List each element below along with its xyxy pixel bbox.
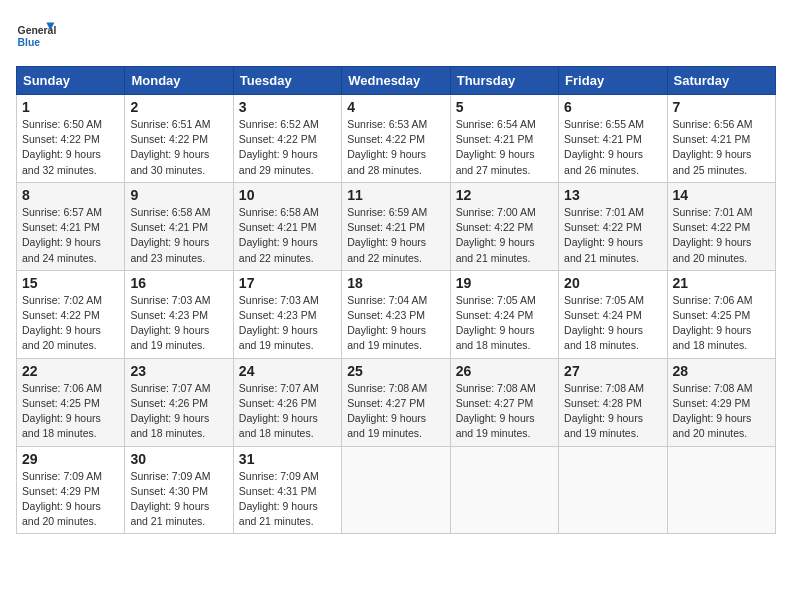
weekday-header-cell: Sunday [17, 67, 125, 95]
calendar-cell: 26 Sunrise: 7:08 AMSunset: 4:27 PMDaylig… [450, 358, 558, 446]
day-number: 4 [347, 99, 444, 115]
day-number: 2 [130, 99, 227, 115]
day-number: 10 [239, 187, 336, 203]
weekday-header-cell: Saturday [667, 67, 775, 95]
day-number: 1 [22, 99, 119, 115]
day-number: 6 [564, 99, 661, 115]
day-number: 11 [347, 187, 444, 203]
calendar-cell: 5 Sunrise: 6:54 AMSunset: 4:21 PMDayligh… [450, 95, 558, 183]
day-number: 17 [239, 275, 336, 291]
day-detail: Sunrise: 7:05 AMSunset: 4:24 PMDaylight:… [456, 294, 536, 352]
day-detail: Sunrise: 6:52 AMSunset: 4:22 PMDaylight:… [239, 118, 319, 176]
calendar-cell: 25 Sunrise: 7:08 AMSunset: 4:27 PMDaylig… [342, 358, 450, 446]
day-number: 12 [456, 187, 553, 203]
day-detail: Sunrise: 6:58 AMSunset: 4:21 PMDaylight:… [239, 206, 319, 264]
day-number: 21 [673, 275, 770, 291]
day-detail: Sunrise: 6:59 AMSunset: 4:21 PMDaylight:… [347, 206, 427, 264]
day-number: 29 [22, 451, 119, 467]
weekday-header-cell: Monday [125, 67, 233, 95]
day-detail: Sunrise: 7:00 AMSunset: 4:22 PMDaylight:… [456, 206, 536, 264]
calendar-cell: 8 Sunrise: 6:57 AMSunset: 4:21 PMDayligh… [17, 182, 125, 270]
day-number: 9 [130, 187, 227, 203]
calendar-cell: 29 Sunrise: 7:09 AMSunset: 4:29 PMDaylig… [17, 446, 125, 534]
day-detail: Sunrise: 7:01 AMSunset: 4:22 PMDaylight:… [673, 206, 753, 264]
calendar-cell: 18 Sunrise: 7:04 AMSunset: 4:23 PMDaylig… [342, 270, 450, 358]
logo: General Blue [16, 16, 60, 56]
day-detail: Sunrise: 7:03 AMSunset: 4:23 PMDaylight:… [239, 294, 319, 352]
day-detail: Sunrise: 7:02 AMSunset: 4:22 PMDaylight:… [22, 294, 102, 352]
calendar-cell: 13 Sunrise: 7:01 AMSunset: 4:22 PMDaylig… [559, 182, 667, 270]
calendar-cell [559, 446, 667, 534]
day-detail: Sunrise: 7:08 AMSunset: 4:28 PMDaylight:… [564, 382, 644, 440]
weekday-header-cell: Tuesday [233, 67, 341, 95]
calendar-cell: 16 Sunrise: 7:03 AMSunset: 4:23 PMDaylig… [125, 270, 233, 358]
calendar-cell: 14 Sunrise: 7:01 AMSunset: 4:22 PMDaylig… [667, 182, 775, 270]
day-detail: Sunrise: 7:08 AMSunset: 4:27 PMDaylight:… [456, 382, 536, 440]
day-number: 31 [239, 451, 336, 467]
day-detail: Sunrise: 6:55 AMSunset: 4:21 PMDaylight:… [564, 118, 644, 176]
day-number: 30 [130, 451, 227, 467]
day-detail: Sunrise: 7:09 AMSunset: 4:29 PMDaylight:… [22, 470, 102, 528]
day-number: 26 [456, 363, 553, 379]
calendar-cell: 20 Sunrise: 7:05 AMSunset: 4:24 PMDaylig… [559, 270, 667, 358]
calendar-cell [667, 446, 775, 534]
day-detail: Sunrise: 7:05 AMSunset: 4:24 PMDaylight:… [564, 294, 644, 352]
day-detail: Sunrise: 7:07 AMSunset: 4:26 PMDaylight:… [130, 382, 210, 440]
day-number: 5 [456, 99, 553, 115]
day-number: 28 [673, 363, 770, 379]
page-header: General Blue [16, 16, 776, 56]
weekday-header-cell: Friday [559, 67, 667, 95]
day-detail: Sunrise: 6:51 AMSunset: 4:22 PMDaylight:… [130, 118, 210, 176]
day-detail: Sunrise: 7:06 AMSunset: 4:25 PMDaylight:… [22, 382, 102, 440]
svg-text:Blue: Blue [18, 37, 41, 48]
calendar-cell: 9 Sunrise: 6:58 AMSunset: 4:21 PMDayligh… [125, 182, 233, 270]
day-number: 15 [22, 275, 119, 291]
day-detail: Sunrise: 7:09 AMSunset: 4:31 PMDaylight:… [239, 470, 319, 528]
calendar-cell: 27 Sunrise: 7:08 AMSunset: 4:28 PMDaylig… [559, 358, 667, 446]
day-detail: Sunrise: 7:08 AMSunset: 4:27 PMDaylight:… [347, 382, 427, 440]
calendar-cell: 6 Sunrise: 6:55 AMSunset: 4:21 PMDayligh… [559, 95, 667, 183]
day-detail: Sunrise: 7:04 AMSunset: 4:23 PMDaylight:… [347, 294, 427, 352]
calendar-cell: 24 Sunrise: 7:07 AMSunset: 4:26 PMDaylig… [233, 358, 341, 446]
calendar-cell: 3 Sunrise: 6:52 AMSunset: 4:22 PMDayligh… [233, 95, 341, 183]
calendar-cell: 17 Sunrise: 7:03 AMSunset: 4:23 PMDaylig… [233, 270, 341, 358]
day-detail: Sunrise: 7:09 AMSunset: 4:30 PMDaylight:… [130, 470, 210, 528]
day-number: 18 [347, 275, 444, 291]
calendar-cell [450, 446, 558, 534]
day-detail: Sunrise: 6:53 AMSunset: 4:22 PMDaylight:… [347, 118, 427, 176]
calendar-cell: 23 Sunrise: 7:07 AMSunset: 4:26 PMDaylig… [125, 358, 233, 446]
calendar-cell [342, 446, 450, 534]
calendar-cell: 15 Sunrise: 7:02 AMSunset: 4:22 PMDaylig… [17, 270, 125, 358]
day-number: 23 [130, 363, 227, 379]
day-number: 27 [564, 363, 661, 379]
calendar-cell: 4 Sunrise: 6:53 AMSunset: 4:22 PMDayligh… [342, 95, 450, 183]
day-number: 14 [673, 187, 770, 203]
weekday-header-cell: Thursday [450, 67, 558, 95]
day-detail: Sunrise: 6:50 AMSunset: 4:22 PMDaylight:… [22, 118, 102, 176]
day-detail: Sunrise: 7:06 AMSunset: 4:25 PMDaylight:… [673, 294, 753, 352]
day-detail: Sunrise: 6:57 AMSunset: 4:21 PMDaylight:… [22, 206, 102, 264]
day-number: 7 [673, 99, 770, 115]
day-number: 16 [130, 275, 227, 291]
weekday-header-row: SundayMondayTuesdayWednesdayThursdayFrid… [17, 67, 776, 95]
calendar-cell: 19 Sunrise: 7:05 AMSunset: 4:24 PMDaylig… [450, 270, 558, 358]
weekday-header-cell: Wednesday [342, 67, 450, 95]
calendar-cell: 11 Sunrise: 6:59 AMSunset: 4:21 PMDaylig… [342, 182, 450, 270]
day-detail: Sunrise: 7:07 AMSunset: 4:26 PMDaylight:… [239, 382, 319, 440]
calendar-cell: 12 Sunrise: 7:00 AMSunset: 4:22 PMDaylig… [450, 182, 558, 270]
day-number: 20 [564, 275, 661, 291]
calendar-cell: 22 Sunrise: 7:06 AMSunset: 4:25 PMDaylig… [17, 358, 125, 446]
day-detail: Sunrise: 6:56 AMSunset: 4:21 PMDaylight:… [673, 118, 753, 176]
day-number: 19 [456, 275, 553, 291]
day-number: 25 [347, 363, 444, 379]
day-detail: Sunrise: 6:54 AMSunset: 4:21 PMDaylight:… [456, 118, 536, 176]
day-number: 22 [22, 363, 119, 379]
calendar-cell: 1 Sunrise: 6:50 AMSunset: 4:22 PMDayligh… [17, 95, 125, 183]
day-detail: Sunrise: 7:03 AMSunset: 4:23 PMDaylight:… [130, 294, 210, 352]
calendar-table: SundayMondayTuesdayWednesdayThursdayFrid… [16, 66, 776, 534]
calendar-cell: 30 Sunrise: 7:09 AMSunset: 4:30 PMDaylig… [125, 446, 233, 534]
day-number: 8 [22, 187, 119, 203]
day-detail: Sunrise: 7:01 AMSunset: 4:22 PMDaylight:… [564, 206, 644, 264]
day-detail: Sunrise: 6:58 AMSunset: 4:21 PMDaylight:… [130, 206, 210, 264]
calendar-cell: 28 Sunrise: 7:08 AMSunset: 4:29 PMDaylig… [667, 358, 775, 446]
